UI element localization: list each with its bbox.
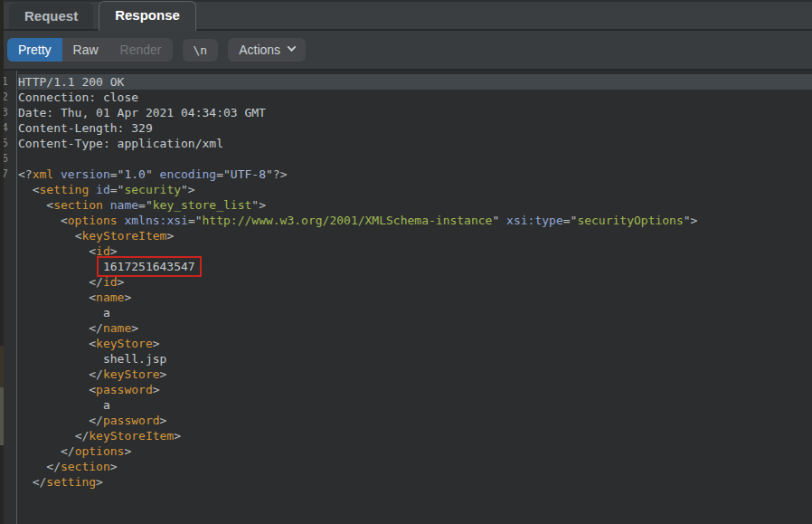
token-punct: > [96,475,103,489]
token-punct: </ [89,321,103,335]
code-text: <keyStoreItem> [13,228,812,243]
token-punct: < [61,214,68,227]
code-text: <?xml version="1.0" encoding="UTF-8"?> [13,167,812,182]
token-punct: =" [138,198,153,212]
editor-line: a [0,305,812,320]
token-punct: > [174,429,181,443]
token-punct: "> [181,183,195,196]
token-punct: > [124,291,131,304]
token-attr: version [61,167,110,181]
token-plain: HTTP/1.1 200 OK [18,75,124,89]
token-tag: keyStoreItem [81,229,166,243]
left-scrollbar-thumb[interactable] [0,387,4,445]
code-text: Content-Type: application/xml [13,136,812,151]
editor-toolbar: Pretty Raw Render \n Actions [0,31,812,71]
token-punct: > [160,367,167,381]
token-punct: </ [89,275,103,289]
token-punct: "> [684,214,698,227]
response-editor[interactable]: 1HTTP/1.1 200 OK2Connection: close3Date:… [0,71,812,524]
token-plain [153,167,160,181]
code-text: <name> [13,290,812,305]
token-plain [18,444,61,458]
token-plain [18,383,89,396]
token-punct: < [89,291,96,304]
token-punct: > [131,321,138,335]
editor-line: </options> [0,443,812,459]
code-text: 1617251643547 [13,259,812,274]
token-decl: UTF-8 [231,167,266,181]
token-plain: a [18,398,110,412]
token-val: securityOptions [577,214,683,227]
token-punct: </ [33,475,47,489]
editor-line: 3Date: Thu, 01 Apr 2021 04:34:03 GMT [0,105,812,120]
editor-line: <keyStore> [0,336,812,351]
token-plain [18,475,33,489]
tab-request[interactable]: Request [9,3,93,29]
left-panel-edge [0,0,4,524]
code-text: </section> [13,459,812,474]
token-punct: > [160,414,167,427]
token-punct: > [153,383,160,396]
token-punct: =" [110,167,125,181]
token-punct: "?> [266,167,287,181]
token-punct: > [166,229,174,243]
code-text: a [13,397,812,413]
token-plain [103,198,110,212]
token-tag: setting [46,475,96,489]
view-mode-segmented-control: Pretty Raw Render [7,38,173,62]
token-attr: id [96,183,110,196]
code-text: Date: Thu, 01 Apr 2021 04:34:03 GMT [13,105,812,120]
token-plain [18,260,103,273]
code-text: </options> [13,443,812,459]
code-text: <setting id="security"> [13,182,812,197]
token-attr: xmlns:xsi [124,214,187,227]
token-tag: name [103,321,131,335]
view-mode-raw-button[interactable]: Raw [62,38,109,62]
message-tab-bar: Request Response [0,0,812,31]
token-punct: <? [18,167,33,181]
token-attr: xsi:type [506,214,563,227]
token-tag: name [96,291,124,304]
actions-menu-label: Actions [239,43,280,57]
token-tag: password [103,414,160,427]
tab-response[interactable]: Response [99,1,196,31]
token-tag: password [96,383,153,396]
token-plain [18,183,33,196]
editor-line: a [0,397,812,413]
token-plain: Content-Length: 329 [18,121,153,135]
code-text [13,151,812,167]
token-punct: </ [89,414,103,427]
token-punct: > [124,444,131,458]
actions-menu-button[interactable]: Actions [228,38,306,62]
token-tag: options [75,444,125,458]
token-plain [18,198,46,212]
code-text: Connection: close [13,90,812,105]
token-plain [499,214,506,227]
code-text: <password> [13,382,812,397]
token-plain [18,244,89,258]
token-tag: section [61,460,110,473]
token-plain [18,291,89,304]
code-text: </setting> [13,474,812,490]
token-attr: encoding [160,167,217,181]
token-punct: </ [75,429,90,443]
code-text: <section name="key_store_list"> [13,197,812,213]
token-val: key_store_list [153,198,252,212]
token-punct: " [146,167,153,181]
code-text: </keyStoreItem> [13,428,812,443]
view-mode-pretty-button[interactable]: Pretty [7,38,62,62]
editor-line: 1HTTP/1.1 200 OK [0,74,812,90]
view-mode-render-button: Render [109,38,173,62]
editor-line: <password> [0,382,812,397]
editor-lines: 1HTTP/1.1 200 OK2Connection: close3Date:… [0,71,812,490]
token-punct: =" [563,214,578,227]
editor-line: <section name="key_store_list"> [0,197,812,213]
token-tag: keyStore [103,367,160,381]
editor-line: <name> [0,290,812,305]
token-punct: </ [89,367,103,381]
show-newlines-toggle-button[interactable]: \n [183,39,219,62]
token-plain [18,460,46,473]
token-val: http://www.w3.org/2001/XMLSchema-instanc… [203,214,493,227]
editor-line: <options xmlns:xsi="http://www.w3.org/20… [0,213,812,228]
editor-line: </name> [0,320,812,336]
